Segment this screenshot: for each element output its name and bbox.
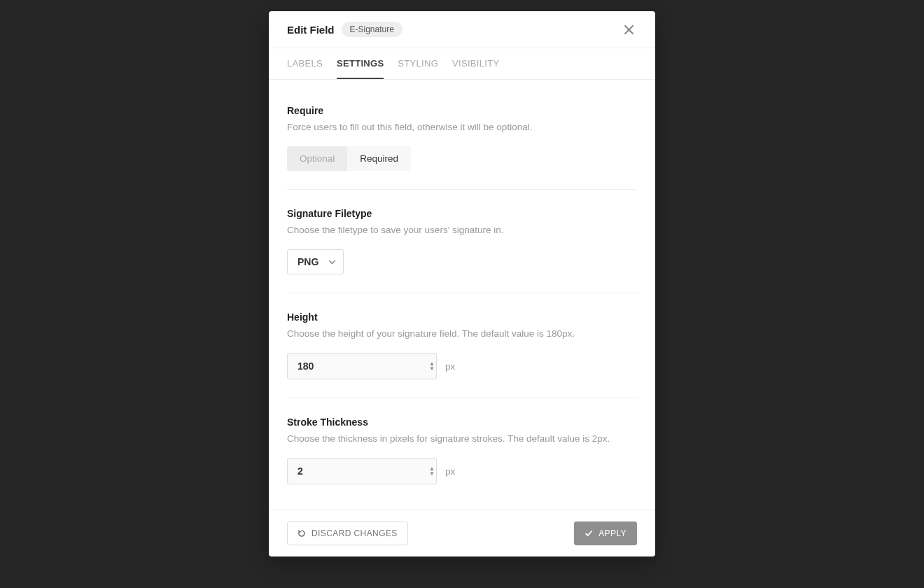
section-height: Height Choose the height of your signatu… xyxy=(287,293,637,398)
require-toggle: Optional Required xyxy=(287,146,411,171)
require-title: Require xyxy=(287,105,637,116)
check-icon xyxy=(584,529,593,538)
apply-label: APPLY xyxy=(598,528,626,538)
stroke-title: Stroke Thickness xyxy=(287,416,637,428)
require-option-required[interactable]: Required xyxy=(347,146,411,171)
modal-header: Edit Field E-Signature xyxy=(269,11,655,48)
chevron-down-icon xyxy=(328,258,336,266)
discard-button[interactable]: DISCARD CHANGES xyxy=(287,522,408,545)
modal-body: Require Force users to fill out this fie… xyxy=(269,80,655,510)
tab-visibility[interactable]: VISIBILITY xyxy=(452,48,499,79)
undo-icon xyxy=(298,529,306,538)
height-desc: Choose the height of your signature fiel… xyxy=(287,328,637,339)
filetype-select[interactable]: PNG xyxy=(287,249,344,274)
section-require: Require Force users to fill out this fie… xyxy=(287,87,637,190)
tab-labels[interactable]: LABELS xyxy=(287,48,323,79)
stroke-unit: px xyxy=(445,466,455,477)
edit-field-modal: Edit Field E-Signature LABELS SETTINGS S… xyxy=(269,11,655,556)
stroke-input[interactable] xyxy=(298,465,429,477)
require-desc: Force users to fill out this field, othe… xyxy=(287,122,637,132)
height-unit: px xyxy=(445,361,455,372)
filetype-value: PNG xyxy=(298,256,318,267)
height-input[interactable] xyxy=(298,360,429,372)
filetype-desc: Choose the filetype to save your users' … xyxy=(287,225,637,235)
apply-button[interactable]: APPLY xyxy=(574,522,637,545)
stroke-row: ▲ ▼ px xyxy=(287,458,637,484)
field-type-badge: E-Signature xyxy=(342,22,402,37)
tab-styling[interactable]: STYLING xyxy=(398,48,438,79)
height-input-wrap: ▲ ▼ xyxy=(287,353,437,379)
height-title: Height xyxy=(287,312,637,323)
height-stepper[interactable]: ▲ ▼ xyxy=(429,362,435,371)
chevron-down-icon: ▼ xyxy=(429,367,435,371)
stroke-desc: Choose the thickness in pixels for signa… xyxy=(287,433,637,444)
discard-label: DISCARD CHANGES xyxy=(312,528,398,538)
tabs: LABELS SETTINGS STYLING VISIBILITY xyxy=(269,48,655,80)
stroke-stepper[interactable]: ▲ ▼ xyxy=(429,467,435,476)
chevron-down-icon: ▼ xyxy=(429,472,435,476)
section-filetype: Signature Filetype Choose the filetype t… xyxy=(287,190,637,293)
filetype-title: Signature Filetype xyxy=(287,208,637,219)
close-icon xyxy=(624,25,634,34)
modal-title: Edit Field xyxy=(287,24,335,36)
require-option-optional[interactable]: Optional xyxy=(287,146,347,171)
close-button[interactable] xyxy=(620,21,637,38)
stroke-input-wrap: ▲ ▼ xyxy=(287,458,437,484)
section-stroke: Stroke Thickness Choose the thickness in… xyxy=(287,398,637,491)
modal-footer: DISCARD CHANGES APPLY xyxy=(269,510,655,556)
height-row: ▲ ▼ px xyxy=(287,353,637,379)
tab-settings[interactable]: SETTINGS xyxy=(337,48,384,79)
